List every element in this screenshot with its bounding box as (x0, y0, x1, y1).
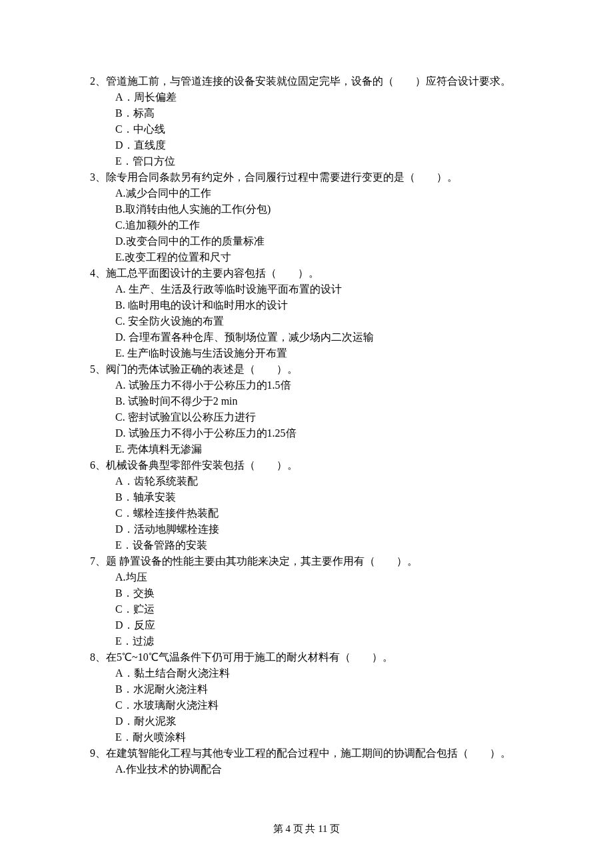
option: A．齿轮系统装配 (115, 473, 553, 489)
option-list: A．齿轮系统装配B．轴承安装C．螺栓连接件热装配D．活动地脚螺栓连接E．设备管路… (90, 473, 553, 553)
page: 2、管道施工前，与管道连接的设备安装就位固定完毕，设备的（ ）应符合设计要求。A… (0, 0, 613, 868)
option: C. 安全防火设施的布置 (115, 313, 553, 329)
option: D．直线度 (115, 137, 553, 153)
option: D.改变合同中的工作的质量标准 (115, 233, 553, 249)
option: B．标高 (115, 105, 553, 121)
option: E．耐火喷涂料 (115, 729, 553, 745)
question-stem: 8、在5℃~10℃气温条件下仍可用于施工的耐火材料有（ ）。 (90, 649, 553, 665)
option: C．中心线 (115, 121, 553, 137)
option: A．黏土结合耐火浇注料 (115, 665, 553, 681)
option: A.减少合同中的工作 (115, 185, 553, 201)
option: D. 试验压力不得小于公称压力的1.25倍 (115, 425, 553, 441)
page-footer: 第 4 页 共 11 页 (0, 821, 613, 837)
option: A.均压 (115, 569, 553, 585)
option: E. 壳体填料无渗漏 (115, 441, 553, 457)
option-list: A．周长偏差B．标高C．中心线D．直线度E．管口方位 (90, 89, 553, 169)
question: 7、题 静置设备的性能主要由其功能来决定，其主要作用有（ ）。A.均压B．交换C… (90, 553, 553, 649)
option: E．设备管路的安装 (115, 537, 553, 553)
option-list: A.均压B．交换C．贮运D．反应E．过滤 (90, 569, 553, 649)
option: B. 试验时间不得少于2 min (115, 393, 553, 409)
option: B．交换 (115, 585, 553, 601)
option: E. 生产临时设施与生活设施分开布置 (115, 345, 553, 361)
option-list: A. 试验压力不得小于公称压力的1.5倍B. 试验时间不得少于2 minC. 密… (90, 377, 553, 457)
option: C．贮运 (115, 601, 553, 617)
question: 3、除专用合同条款另有约定外，合同履行过程中需要进行变更的是（ ）。A.减少合同… (90, 169, 553, 265)
option: C．螺栓连接件热装配 (115, 505, 553, 521)
option: B.取消转由他人实施的工作(分包) (115, 201, 553, 217)
option: B．轴承安装 (115, 489, 553, 505)
option: D. 合理布置各种仓库、预制场位置，减少场内二次运输 (115, 329, 553, 345)
question: 4、施工总平面图设计的主要内容包括（ ）。A. 生产、生活及行政等临时设施平面布… (90, 265, 553, 361)
question: 9、在建筑智能化工程与其他专业工程的配合过程中，施工期间的协调配合包括（ ）。A… (90, 745, 553, 777)
question-stem: 4、施工总平面图设计的主要内容包括（ ）。 (90, 265, 553, 281)
option: C.追加额外的工作 (115, 217, 553, 233)
question: 2、管道施工前，与管道连接的设备安装就位固定完毕，设备的（ ）应符合设计要求。A… (90, 73, 553, 169)
option-list: A．黏土结合耐火浇注料B．水泥耐火浇注料C．水玻璃耐火浇注料D．耐火泥浆E．耐火… (90, 665, 553, 745)
question-stem: 9、在建筑智能化工程与其他专业工程的配合过程中，施工期间的协调配合包括（ ）。 (90, 745, 553, 761)
option: C. 密封试验宜以公称压力进行 (115, 409, 553, 425)
option: E．管口方位 (115, 153, 553, 169)
option: D．耐火泥浆 (115, 713, 553, 729)
question-stem: 6、机械设备典型零部件安装包括（ ）。 (90, 457, 553, 473)
option: B．水泥耐火浇注料 (115, 681, 553, 697)
option: D．反应 (115, 617, 553, 633)
option: E．过滤 (115, 633, 553, 649)
option-list: A.作业技术的协调配合 (90, 761, 553, 777)
option-list: A.减少合同中的工作B.取消转由他人实施的工作(分包)C.追加额外的工作D.改变… (90, 185, 553, 265)
option-list: A. 生产、生活及行政等临时设施平面布置的设计B. 临时用电的设计和临时用水的设… (90, 281, 553, 361)
option: A.作业技术的协调配合 (115, 761, 553, 777)
option: B. 临时用电的设计和临时用水的设计 (115, 297, 553, 313)
option: D．活动地脚螺栓连接 (115, 521, 553, 537)
option: C．水玻璃耐火浇注料 (115, 697, 553, 713)
question: 5、阀门的壳体试验正确的表述是（ ）。A. 试验压力不得小于公称压力的1.5倍B… (90, 361, 553, 457)
questions-list: 2、管道施工前，与管道连接的设备安装就位固定完毕，设备的（ ）应符合设计要求。A… (90, 73, 553, 777)
option: E.改变工程的位置和尺寸 (115, 249, 553, 265)
question-stem: 7、题 静置设备的性能主要由其功能来决定，其主要作用有（ ）。 (90, 553, 553, 569)
option: A. 生产、生活及行政等临时设施平面布置的设计 (115, 281, 553, 297)
option: A．周长偏差 (115, 89, 553, 105)
question-stem: 3、除专用合同条款另有约定外，合同履行过程中需要进行变更的是（ ）。 (90, 169, 553, 185)
question: 8、在5℃~10℃气温条件下仍可用于施工的耐火材料有（ ）。A．黏土结合耐火浇注… (90, 649, 553, 745)
question-stem: 2、管道施工前，与管道连接的设备安装就位固定完毕，设备的（ ）应符合设计要求。 (90, 73, 553, 89)
question: 6、机械设备典型零部件安装包括（ ）。A．齿轮系统装配B．轴承安装C．螺栓连接件… (90, 457, 553, 553)
option: A. 试验压力不得小于公称压力的1.5倍 (115, 377, 553, 393)
question-stem: 5、阀门的壳体试验正确的表述是（ ）。 (90, 361, 553, 377)
